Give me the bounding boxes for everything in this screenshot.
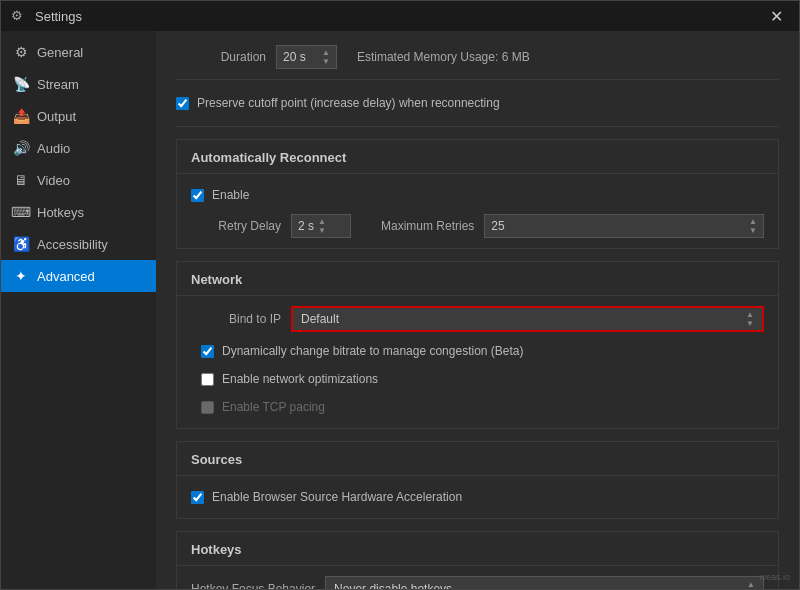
stream-icon: 📡: [13, 76, 29, 92]
retry-delay-label: Retry Delay: [191, 219, 281, 233]
bind-ip-up[interactable]: ▲: [746, 311, 754, 319]
sidebar-item-accessibility[interactable]: ♿ Accessibility: [1, 228, 156, 260]
content-area: ⚙ General 📡 Stream 📤 Output 🔊 Audio 🖥 Vi…: [1, 31, 799, 589]
sidebar-item-hotkeys[interactable]: ⌨ Hotkeys: [1, 196, 156, 228]
hotkey-focus-select[interactable]: Never disable hotkeys ▲ ▼: [325, 576, 764, 589]
max-retries-arrows: ▲ ▼: [749, 218, 757, 235]
sidebar-item-output[interactable]: 📤 Output: [1, 100, 156, 132]
output-icon: 📤: [13, 108, 29, 124]
title-bar-left: ⚙ Settings: [11, 8, 82, 24]
network-opt-label: Enable network optimizations: [222, 372, 378, 386]
hotkeys-section-body: Hotkey Focus Behavior Never disable hotk…: [177, 566, 778, 589]
max-retries-up[interactable]: ▲: [749, 218, 757, 226]
sidebar-item-audio[interactable]: 🔊 Audio: [1, 132, 156, 164]
dynamic-bitrate-checkbox[interactable]: [201, 345, 214, 358]
sidebar-item-advanced[interactable]: ✦ Advanced: [1, 260, 156, 292]
sidebar: ⚙ General 📡 Stream 📤 Output 🔊 Audio 🖥 Vi…: [1, 31, 156, 589]
audio-icon: 🔊: [13, 140, 29, 156]
bind-ip-select[interactable]: Default ▲ ▼: [291, 306, 764, 332]
reconnect-section: Automatically Reconnect Enable Retry Del…: [176, 139, 779, 249]
browser-accel-row: Enable Browser Source Hardware Accelerat…: [191, 486, 764, 508]
sources-section-title: Sources: [177, 442, 778, 476]
window-title: Settings: [35, 9, 82, 24]
retry-delay-down[interactable]: ▼: [318, 227, 326, 235]
main-panel: Duration 20 s ▲ ▼ Estimated Memory Usage…: [156, 31, 799, 589]
hotkey-focus-arrows: ▲ ▼: [747, 581, 755, 590]
settings-content: Duration 20 s ▲ ▼ Estimated Memory Usage…: [156, 31, 799, 589]
retry-delay-row: Retry Delay 2 s ▲ ▼ Maximum Retries 25: [191, 214, 764, 238]
reconnect-section-title: Automatically Reconnect: [177, 140, 778, 174]
bind-ip-value: Default: [301, 312, 339, 326]
max-retries-spinbox[interactable]: 25 ▲ ▼: [484, 214, 764, 238]
hotkey-focus-label: Hotkey Focus Behavior: [191, 582, 315, 589]
sidebar-label-stream: Stream: [37, 77, 79, 92]
reconnect-section-body: Enable Retry Delay 2 s ▲ ▼ Max: [177, 174, 778, 248]
sidebar-label-hotkeys: Hotkeys: [37, 205, 84, 220]
duration-down-arrow[interactable]: ▼: [322, 58, 330, 66]
hotkeys-section-title: Hotkeys: [177, 532, 778, 566]
sources-section: Sources Enable Browser Source Hardware A…: [176, 441, 779, 519]
sidebar-label-advanced: Advanced: [37, 269, 95, 284]
memory-text: Estimated Memory Usage: 6 MB: [357, 50, 530, 64]
watermark: weas.io: [759, 572, 790, 582]
sidebar-label-audio: Audio: [37, 141, 70, 156]
hotkeys-icon: ⌨: [13, 204, 29, 220]
network-section: Network Bind to IP Default ▲ ▼: [176, 261, 779, 429]
retry-delay-spinbox[interactable]: 2 s ▲ ▼: [291, 214, 351, 238]
sidebar-label-video: Video: [37, 173, 70, 188]
network-opt-checkbox[interactable]: [201, 373, 214, 386]
sidebar-item-stream[interactable]: 📡 Stream: [1, 68, 156, 100]
tcp-pacing-checkbox[interactable]: [201, 401, 214, 414]
duration-label: Duration: [176, 50, 266, 64]
video-icon: 🖥: [13, 172, 29, 188]
tcp-pacing-label: Enable TCP pacing: [222, 400, 325, 414]
sidebar-label-accessibility: Accessibility: [37, 237, 108, 252]
preserve-checkbox-row: Preserve cutoff point (increase delay) w…: [176, 92, 779, 114]
hotkey-focus-value: Never disable hotkeys: [334, 582, 452, 589]
duration-arrows: ▲ ▼: [322, 49, 330, 66]
bind-ip-label: Bind to IP: [191, 312, 281, 326]
retry-delay-value: 2 s: [298, 219, 314, 233]
network-section-title: Network: [177, 262, 778, 296]
network-section-body: Bind to IP Default ▲ ▼: [177, 296, 778, 428]
bind-ip-row: Bind to IP Default ▲ ▼: [191, 306, 764, 332]
browser-accel-checkbox[interactable]: [191, 491, 204, 504]
bind-ip-arrows: ▲ ▼: [746, 311, 754, 328]
browser-accel-label: Enable Browser Source Hardware Accelerat…: [212, 490, 462, 504]
hotkey-focus-row: Hotkey Focus Behavior Never disable hotk…: [191, 576, 764, 589]
enable-reconnect-label: Enable: [212, 188, 249, 202]
retry-delay-arrows: ▲ ▼: [318, 218, 326, 235]
hotkey-focus-up[interactable]: ▲: [747, 581, 755, 589]
sidebar-item-video[interactable]: 🖥 Video: [1, 164, 156, 196]
preserve-label: Preserve cutoff point (increase delay) w…: [197, 96, 500, 110]
hotkeys-section: Hotkeys Hotkey Focus Behavior Never disa…: [176, 531, 779, 589]
duration-value: 20 s: [283, 50, 318, 64]
duration-spinbox[interactable]: 20 s ▲ ▼: [276, 45, 337, 69]
sidebar-label-output: Output: [37, 109, 76, 124]
enable-reconnect-row: Enable: [191, 184, 764, 206]
preserve-checkbox[interactable]: [176, 97, 189, 110]
max-retries-value: 25: [491, 219, 504, 233]
enable-reconnect-checkbox[interactable]: [191, 189, 204, 202]
title-bar: ⚙ Settings ✕: [1, 1, 799, 31]
sources-section-body: Enable Browser Source Hardware Accelerat…: [177, 476, 778, 518]
network-opt-row: Enable network optimizations: [201, 368, 764, 390]
retry-delay-up[interactable]: ▲: [318, 218, 326, 226]
max-retries-down[interactable]: ▼: [749, 227, 757, 235]
accessibility-icon: ♿: [13, 236, 29, 252]
bind-ip-down[interactable]: ▼: [746, 320, 754, 328]
max-retries-label: Maximum Retries: [381, 219, 474, 233]
preserve-row: Preserve cutoff point (increase delay) w…: [176, 92, 779, 127]
advanced-icon: ✦: [13, 268, 29, 284]
dynamic-cb-row: Dynamically change bitrate to manage con…: [201, 340, 764, 362]
settings-window: ⚙ Settings ✕ ⚙ General 📡 Stream 📤 Output…: [0, 0, 800, 590]
close-button[interactable]: ✕: [764, 5, 789, 28]
general-icon: ⚙: [13, 44, 29, 60]
duration-up-arrow[interactable]: ▲: [322, 49, 330, 57]
settings-icon: ⚙: [11, 8, 27, 24]
sidebar-item-general[interactable]: ⚙ General: [1, 36, 156, 68]
duration-row: Duration 20 s ▲ ▼ Estimated Memory Usage…: [176, 41, 779, 80]
network-checkboxes: Dynamically change bitrate to manage con…: [191, 340, 764, 418]
sidebar-label-general: General: [37, 45, 83, 60]
dynamic-bitrate-label: Dynamically change bitrate to manage con…: [222, 344, 524, 358]
